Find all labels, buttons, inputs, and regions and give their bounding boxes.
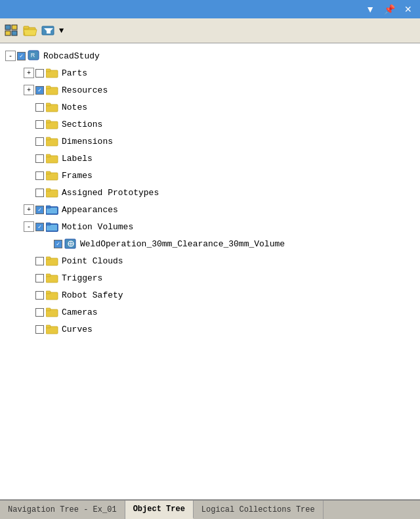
tab-nav-tree[interactable]: Navigation Tree - Ex_01 [0,501,125,519]
tree-node-robcad-study[interactable]: - R RobcadStudy [3,47,417,64]
tree-node-parts[interactable]: + Parts [3,64,417,81]
tree-checkbox-appearances[interactable] [35,206,44,214]
close-btn[interactable]: ✕ [402,4,415,14]
tree-icon-robot-safety [46,290,59,300]
tree-expander-parts[interactable]: + [24,68,34,78]
tree-label-sections: Sections [62,120,102,129]
filter-dropdown-btn[interactable]: ▼ [59,26,64,35]
tree-expander-empty [24,119,34,129]
tree-node-robot-safety[interactable]: Robot Safety [3,286,417,304]
tree-node-triggers[interactable]: Triggers [3,269,417,286]
tree-checkbox-robot-safety[interactable] [35,291,44,300]
tree-node-motion-volumes[interactable]: - Motion Volumes [3,218,417,235]
svg-rect-38 [46,257,51,260]
tree-expander-empty [24,256,34,266]
tree-label-motion-volumes: Motion Volumes [62,222,133,232]
tree-node-appearances[interactable]: + Appearances [3,201,417,218]
tree-node-resources[interactable]: + Resources [3,81,417,99]
svg-rect-22 [46,154,51,157]
tree-label-robot-safety: Robot Safety [62,290,123,300]
tree-label-notes: Notes [62,102,87,112]
filter-icon[interactable] [41,24,56,38]
tree-checkbox-point-clouds[interactable] [35,257,44,265]
svg-rect-1 [12,25,17,30]
tree-checkbox-notes[interactable] [35,103,44,112]
tree-label-weld-operation: WeldOperation_30mm_Clearance_30mm_Volume [80,239,285,249]
svg-rect-3 [12,31,17,35]
tree-checkbox-triggers[interactable] [35,274,44,282]
tree-node-point-clouds[interactable]: Point Clouds [3,252,417,269]
tree-node-weld-operation[interactable]: WeldOperation_30mm_Clearance_30mm_Volume [3,235,417,252]
toolbar: ▼ [0,18,420,43]
tree-label-curves: Curves [62,325,93,334]
tab-logical-collections[interactable]: Logical Collections Tree [194,501,324,519]
svg-rect-18 [46,120,51,123]
tree-icon-labels [46,153,59,164]
folder-open-icon[interactable] [22,24,38,38]
tree-checkbox-parts[interactable] [35,69,44,78]
tree-node-curves[interactable]: Curves [3,321,417,338]
tree-node-frames[interactable]: Frames [3,167,417,184]
svg-rect-24 [46,171,51,174]
tree-node-cameras[interactable]: Cameras [3,304,417,321]
tree-checkbox-frames[interactable] [35,171,44,180]
tree-icon-appearances [46,204,59,215]
tree-label-dimensions: Dimensions [62,137,113,147]
tree-node-sections[interactable]: Sections [3,116,417,133]
tree-expander-robcad-study[interactable]: - [5,51,16,61]
tree-icon-point-clouds [46,256,59,266]
tree-expander-appearances[interactable]: + [24,204,34,215]
tree-label-point-clouds: Point Clouds [62,256,123,266]
tree-expander-empty [24,170,34,181]
tree-node-dimensions[interactable]: Dimensions [3,133,417,150]
tree-expander-empty [24,153,34,164]
tree-checkbox-labels[interactable] [35,154,44,163]
tree-checkbox-motion-volumes[interactable] [35,223,44,231]
tree-checkbox-resources[interactable] [35,86,44,95]
svg-rect-26 [46,189,51,191]
tree-icon-resources [46,85,59,95]
tree-icon-triggers [46,273,59,283]
svg-marker-6 [24,30,37,35]
svg-rect-14 [46,86,51,89]
tree-checkbox-cameras[interactable] [35,308,44,317]
dropdown-btn[interactable]: ▼ [363,4,377,14]
tree-checkbox-robcad-study[interactable] [17,52,26,60]
svg-rect-46 [46,325,51,328]
tree-checkbox-weld-operation[interactable] [54,240,62,248]
tree-label-appearances: Appearances [62,205,118,215]
tree-label-frames: Frames [62,171,93,181]
title-bar-controls: ▼ 📌 ✕ [363,4,415,14]
tree-expander-empty [24,307,34,317]
tree-label-assigned-prototypes: Assigned Prototypes [62,188,159,198]
tree-expander-empty [24,324,34,334]
tree-checkbox-curves[interactable] [35,325,44,334]
tree-expander-motion-volumes[interactable]: - [24,221,34,232]
svg-text:R: R [31,52,35,58]
tree-checkbox-sections[interactable] [35,120,44,129]
tree-icon-assigned-prototypes [46,187,59,198]
tree-node-assigned-prototypes[interactable]: Assigned Prototypes [3,184,417,201]
svg-rect-2 [5,31,10,35]
svg-rect-44 [46,308,51,311]
tree-expander-resources[interactable]: + [24,85,34,95]
title-bar: ▼ 📌 ✕ [0,0,420,18]
svg-rect-12 [46,69,51,72]
tree-label-parts: Parts [62,68,87,78]
tree-node-labels[interactable]: Labels [3,150,417,167]
tree-node-notes[interactable]: Notes [3,99,417,116]
tree-label-robcad-study: RobcadStudy [43,51,100,61]
tab-object-tree[interactable]: Object Tree [125,501,194,519]
tree-expander-empty [24,136,34,147]
tree-checkbox-assigned-prototypes[interactable] [35,189,44,197]
tree-icon-weld-operation [64,238,77,249]
tree-icon-motion-volumes [46,221,59,232]
svg-rect-42 [46,291,51,294]
grid-icon[interactable] [4,24,20,38]
tree-area[interactable]: - R RobcadStudy+ Parts+ Resources Notes … [0,43,420,499]
tree-label-cameras: Cameras [62,307,98,317]
tree-expander-empty [42,238,52,249]
pin-btn[interactable]: 📌 [381,4,398,14]
tree-checkbox-dimensions[interactable] [35,137,44,146]
tree-label-resources: Resources [62,85,108,95]
